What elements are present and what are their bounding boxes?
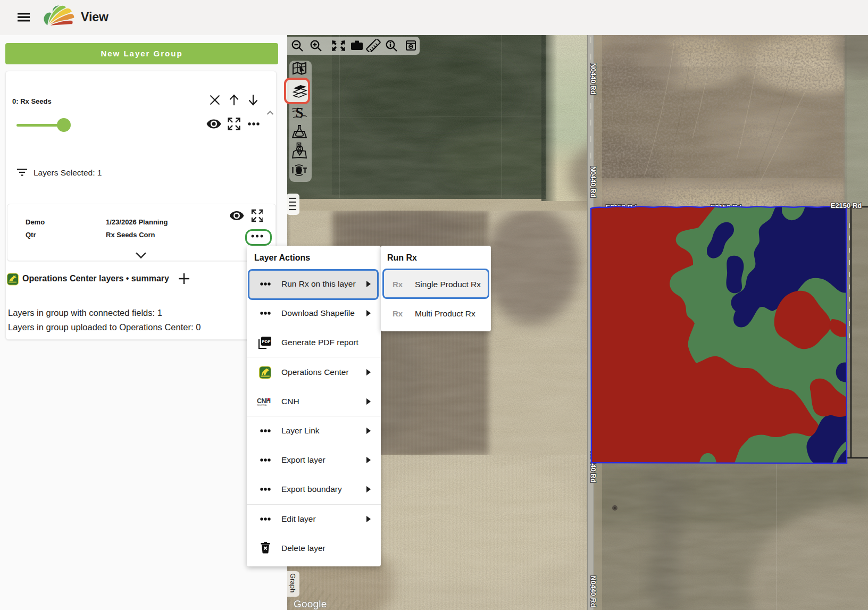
svg-text:INDUSTRIAL: INDUSTRIAL	[257, 404, 267, 406]
svg-text:E2150 Rd: E2150 Rd	[831, 202, 862, 210]
svg-text:S: S	[295, 105, 303, 120]
svg-text:PDF: PDF	[262, 339, 271, 344]
svg-text:Google: Google	[294, 598, 327, 609]
svg-text:N0440 Rd: N0440 Rd	[589, 63, 597, 94]
svg-text:N0440 Rd: N0440 Rd	[589, 575, 597, 607]
svg-text:N0440 Rd: N0440 Rd	[589, 166, 597, 197]
